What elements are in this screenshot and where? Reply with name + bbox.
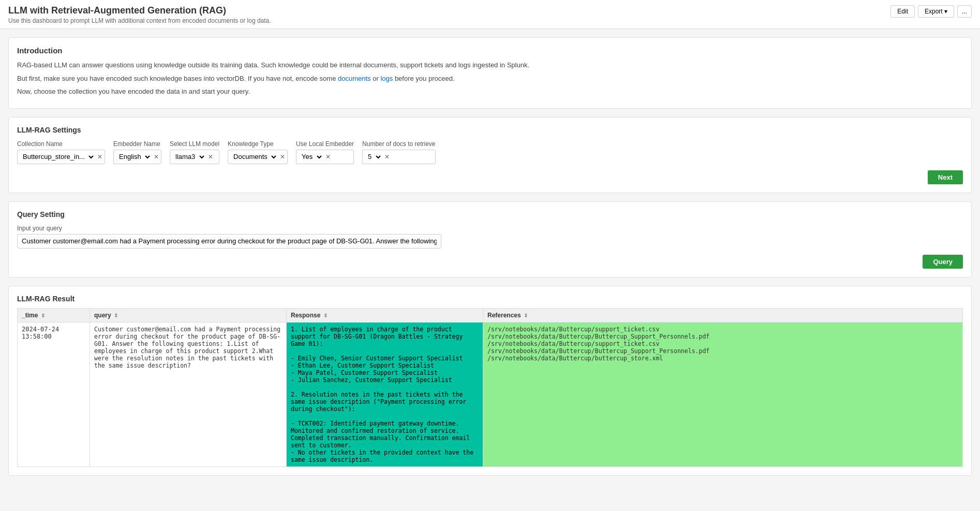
- intro-title: Introduction: [17, 46, 963, 55]
- intro-line2-suffix: before you proceed.: [393, 75, 454, 82]
- table-row: 2024-07-24 13:58:00 Customer customer@em…: [18, 322, 963, 466]
- cell-time: 2024-07-24 13:58:00: [18, 322, 90, 466]
- settings-title: LLM-RAG Settings: [17, 126, 963, 134]
- edit-button[interactable]: Edit: [890, 5, 915, 18]
- settings-section: LLM-RAG Settings Collection Name Butterc…: [8, 117, 972, 193]
- cell-query: Customer customer@email.com had a Paymen…: [90, 322, 287, 466]
- collection-name-select[interactable]: Buttercup_store_in...: [18, 150, 95, 164]
- result-title: LLM-RAG Result: [17, 295, 963, 303]
- intro-line2-prefix: But first, make sure you have encoded su…: [17, 75, 338, 82]
- query-input[interactable]: [17, 234, 441, 249]
- knowledge-type-dropdown-wrap[interactable]: Documents ✕: [228, 150, 288, 164]
- collection-name-clear[interactable]: ✕: [95, 153, 105, 160]
- llm-model-label: Select LLM model: [170, 140, 219, 148]
- result-table: _time ⇕ query ⇕ Response ⇕ References ⇕: [17, 308, 963, 467]
- embedder-name-select[interactable]: English: [114, 150, 152, 164]
- llm-model-clear[interactable]: ✕: [206, 153, 215, 160]
- col-references[interactable]: References ⇕: [483, 308, 963, 322]
- num-docs-label: Number of docs to retrieve: [362, 140, 435, 148]
- local-embedder-label: Use Local Embedder: [296, 140, 354, 148]
- local-embedder-select[interactable]: Yes: [296, 150, 323, 164]
- llm-model-dropdown-wrap[interactable]: llama3 ✕: [170, 150, 219, 164]
- embedder-name-dropdown-wrap[interactable]: English ✕: [113, 150, 161, 164]
- cell-references: /srv/notebooks/data/Buttercup/support_ti…: [483, 322, 963, 466]
- num-docs-select[interactable]: 5: [363, 150, 382, 164]
- query-section: Query Setting Input your query Query: [8, 201, 972, 278]
- num-docs-group: Number of docs to retrieve 5 ✕: [362, 140, 435, 164]
- col-query[interactable]: query ⇕: [90, 308, 287, 322]
- llm-model-select[interactable]: llama3: [170, 150, 206, 164]
- local-embedder-group: Use Local Embedder Yes ✕: [296, 140, 354, 164]
- sort-query-icon: ⇕: [114, 313, 118, 318]
- export-button[interactable]: Export ▾: [918, 5, 954, 18]
- intro-link2-prefix: or: [371, 75, 381, 82]
- embedder-name-group: Embedder Name English ✕: [113, 140, 161, 164]
- llm-model-group: Select LLM model llama3 ✕: [170, 140, 219, 164]
- query-row: Query: [17, 255, 963, 269]
- documents-link[interactable]: documents: [338, 75, 371, 82]
- intro-section: Introduction RAG-based LLM can answer qu…: [8, 37, 972, 109]
- col-time[interactable]: _time ⇕: [18, 308, 90, 322]
- query-button[interactable]: Query: [923, 255, 963, 269]
- page-title: LLM with Retrieval-Augmented Generation …: [8, 5, 972, 16]
- col-response[interactable]: Response ⇕: [287, 308, 483, 322]
- intro-line1: RAG-based LLM can answer questions using…: [17, 60, 963, 70]
- knowledge-type-label: Knowledge Type: [228, 140, 288, 148]
- next-button[interactable]: Next: [928, 170, 963, 184]
- next-row: Next: [17, 170, 963, 184]
- intro-line2: But first, make sure you have encoded su…: [17, 74, 963, 84]
- collection-name-group: Collection Name Buttercup_store_in... ✕: [17, 140, 105, 164]
- collection-name-dropdown-wrap[interactable]: Buttercup_store_in... ✕: [17, 150, 105, 164]
- knowledge-type-clear[interactable]: ✕: [278, 153, 287, 160]
- result-section: LLM-RAG Result _time ⇕ query ⇕ Response …: [8, 286, 972, 476]
- intro-line3: Now, choose the collection you have enco…: [17, 86, 963, 97]
- header-buttons: Edit Export ▾ ...: [890, 5, 972, 18]
- local-embedder-clear[interactable]: ✕: [323, 153, 333, 160]
- num-docs-dropdown-wrap[interactable]: 5 ✕: [362, 150, 435, 164]
- collection-name-label: Collection Name: [17, 140, 105, 148]
- embedder-name-clear[interactable]: ✕: [152, 153, 161, 160]
- query-input-label: Input your query: [17, 225, 963, 232]
- page-header: LLM with Retrieval-Augmented Generation …: [0, 0, 980, 29]
- table-header-row: _time ⇕ query ⇕ Response ⇕ References ⇕: [18, 308, 963, 322]
- more-button[interactable]: ...: [957, 5, 972, 18]
- embedder-name-label: Embedder Name: [113, 140, 161, 148]
- knowledge-type-select[interactable]: Documents: [228, 150, 278, 164]
- sort-response-icon: ⇕: [323, 313, 328, 318]
- settings-row: Collection Name Buttercup_store_in... ✕ …: [17, 140, 963, 164]
- sort-time-icon: ⇕: [41, 313, 45, 318]
- main-content: Introduction RAG-based LLM can answer qu…: [0, 29, 980, 484]
- num-docs-clear[interactable]: ✕: [382, 153, 392, 160]
- page-subtitle: Use this dashboard to prompt LLM with ad…: [8, 17, 972, 24]
- knowledge-type-group: Knowledge Type Documents ✕: [228, 140, 288, 164]
- local-embedder-dropdown-wrap[interactable]: Yes ✕: [296, 150, 354, 164]
- sort-references-icon: ⇕: [524, 313, 528, 318]
- query-section-title: Query Setting: [17, 210, 963, 218]
- cell-response: 1. List of employees in charge of the pr…: [287, 322, 483, 466]
- logs-link[interactable]: logs: [380, 75, 393, 82]
